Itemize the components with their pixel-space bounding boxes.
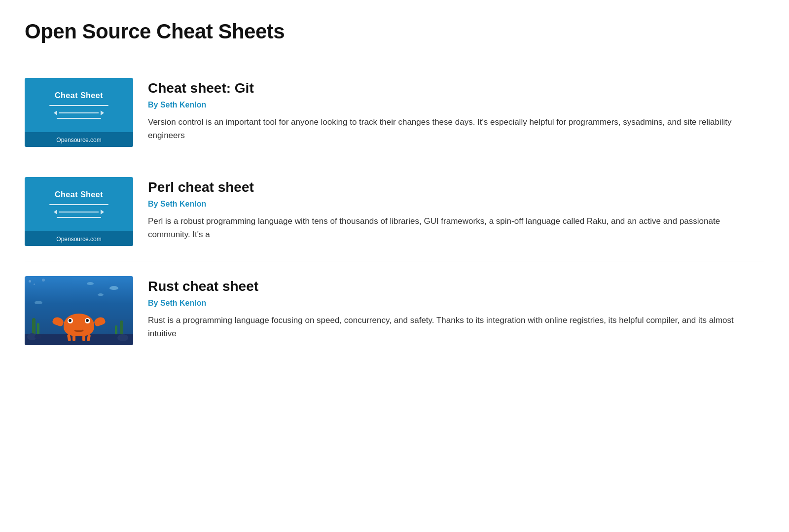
article-title-rust[interactable]: Rust cheat sheet [148, 278, 764, 295]
thumbnail-footer: Opensource.com [25, 132, 133, 147]
article-item[interactable]: Rust cheat sheet By Seth Kenlon Rust is … [25, 261, 764, 360]
arrow-right-icon [101, 110, 104, 115]
page-title: Open Source Cheat Sheets [25, 20, 764, 43]
article-thumbnail-perl: Cheat Sheet Opensource.com [25, 177, 133, 246]
article-item[interactable]: Cheat Sheet Opensource.com [25, 162, 764, 261]
article-title-perl[interactable]: Perl cheat sheet [148, 179, 764, 196]
rust-ocean-background [25, 276, 133, 345]
thumbnail-arrows [54, 110, 104, 115]
article-thumbnail-rust [25, 276, 133, 345]
article-content-git: Cheat sheet: Git By Seth Kenlon Version … [148, 78, 764, 142]
article-title-git[interactable]: Cheat sheet: Git [148, 80, 764, 97]
thumbnail-line [49, 105, 108, 106]
thumbnail-label-git: Cheat Sheet [55, 91, 103, 100]
article-content-perl: Perl cheat sheet By Seth Kenlon Perl is … [148, 177, 764, 241]
thumbnail-line [57, 217, 101, 218]
thumbnail-lines [49, 105, 108, 119]
article-item[interactable]: Cheat Sheet Opensource.com [25, 63, 764, 162]
thumbnail-site-perl: Opensource.com [56, 236, 101, 243]
article-excerpt-git: Version control is an important tool for… [148, 115, 764, 142]
connector-line [59, 112, 99, 113]
connector-line [59, 212, 99, 213]
thumbnail-line [49, 204, 108, 205]
thumbnail-site-git: Opensource.com [56, 137, 101, 143]
article-excerpt-rust: Rust is a programming language focusing … [148, 314, 764, 340]
article-content-rust: Rust cheat sheet By Seth Kenlon Rust is … [148, 276, 764, 340]
article-excerpt-perl: Perl is a robust programming language wi… [148, 214, 764, 241]
arrow-right-icon [101, 210, 104, 214]
article-author-git[interactable]: By Seth Kenlon [148, 101, 764, 109]
arrow-left-icon [54, 210, 57, 214]
thumbnail-arrows [54, 210, 104, 214]
arrow-left-icon [54, 110, 57, 115]
article-thumbnail-git: Cheat Sheet Opensource.com [25, 78, 133, 147]
article-author-rust[interactable]: By Seth Kenlon [148, 299, 764, 308]
thumbnail-label-perl: Cheat Sheet [55, 190, 103, 199]
thumbnail-lines [49, 204, 108, 218]
article-author-perl[interactable]: By Seth Kenlon [148, 200, 764, 209]
thumbnail-line [57, 118, 101, 119]
article-list: Cheat Sheet Opensource.com [25, 63, 764, 360]
thumbnail-footer: Opensource.com [25, 231, 133, 246]
